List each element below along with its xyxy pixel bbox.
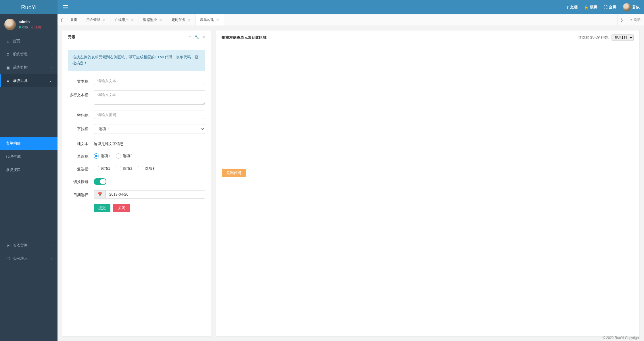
chevron-left-icon: ‹ bbox=[51, 244, 52, 247]
tab-home[interactable]: 首页 bbox=[66, 14, 82, 26]
chevron-down-icon: ⌄ bbox=[49, 79, 52, 82]
column-select-label: 请选择显示的列数: bbox=[578, 35, 609, 40]
desktop-icon: 🖵 bbox=[6, 257, 10, 261]
chevron-left-icon: ‹ bbox=[51, 257, 52, 260]
drop-panel: 拖拽左侧表单元素到此区域 请选择显示的列数: 显示1列 复制代码 bbox=[216, 30, 640, 337]
check-option-1[interactable]: 选项1 bbox=[94, 166, 110, 171]
tabs-scroll-right[interactable]: ❯ bbox=[617, 14, 626, 26]
check-option-3[interactable]: 选项3 bbox=[138, 166, 154, 171]
close-icon[interactable]: ⊗ bbox=[130, 18, 134, 22]
textarea-input[interactable] bbox=[94, 90, 205, 105]
top-doc[interactable]: ?文档 bbox=[566, 5, 578, 10]
close-button[interactable]: 关闭 bbox=[113, 204, 130, 212]
user-name: admin bbox=[19, 20, 41, 24]
wrench-icon[interactable]: 🔧 bbox=[195, 35, 199, 39]
close-icon[interactable]: ⊗ bbox=[187, 18, 191, 22]
switch-toggle[interactable] bbox=[94, 178, 106, 185]
select-input[interactable]: 选项 1 bbox=[94, 124, 205, 134]
tabs-scroll-left[interactable]: ❮ bbox=[57, 14, 66, 26]
nav-api[interactable]: 系统接口 bbox=[0, 163, 57, 176]
avatar[interactable] bbox=[4, 19, 16, 30]
submit-button[interactable]: 提交 bbox=[94, 204, 110, 212]
chevron-left-icon: ‹ bbox=[51, 53, 52, 56]
radio-label: 单选框: bbox=[68, 152, 94, 159]
radio-option-1[interactable]: 选项1 bbox=[94, 153, 110, 159]
brand-logo[interactable]: RuoYi bbox=[0, 0, 57, 14]
password-input[interactable] bbox=[94, 111, 205, 119]
checkbox-label: 复选框: bbox=[68, 164, 94, 172]
info-alert: 拖拽左侧的表单元素到右侧区域，即可生成相应的HTML代码，表单代码，轻松搞定！ bbox=[68, 50, 205, 71]
online-dot-icon bbox=[19, 26, 21, 28]
user-panel: admin 在线 ⎋ 注销 bbox=[0, 14, 57, 34]
switch-label: 切换按钮: bbox=[68, 177, 94, 184]
close-icon[interactable]: ⊗ bbox=[102, 18, 106, 22]
gear-icon: ⚙ bbox=[6, 52, 10, 57]
nav-demo[interactable]: 🖵实例演示‹ bbox=[0, 252, 57, 265]
radio-icon bbox=[116, 153, 121, 159]
lock-icon: 🔒 bbox=[584, 5, 589, 9]
drop-zone[interactable] bbox=[216, 45, 639, 169]
sidebar-toggle[interactable] bbox=[62, 4, 69, 11]
topbar: ?文档 🔒锁屏 ⛶全屏 若依 bbox=[57, 0, 644, 14]
tab-data-mon[interactable]: 数据监控⊗ bbox=[139, 14, 167, 26]
panel-title: 元素 bbox=[68, 34, 75, 40]
online-status: 在线 bbox=[22, 25, 28, 29]
collapse-icon[interactable]: ⌃ bbox=[189, 35, 192, 39]
chevron-left-icon: ‹ bbox=[51, 66, 52, 69]
question-icon: ? bbox=[566, 5, 569, 9]
tab-timed[interactable]: 定时任务⊗ bbox=[167, 14, 196, 26]
logout-link[interactable]: 注销 bbox=[34, 25, 41, 29]
logout-icon[interactable]: ⎋ bbox=[31, 26, 33, 29]
home-icon: ⌂ bbox=[6, 39, 10, 43]
sidebar: RuoYi admin 在线 ⎋ 注销 ⌂首页 ⚙系统管理‹ ▣系统监控‹ ≡系… bbox=[0, 0, 57, 341]
calendar-icon[interactable]: 📅 bbox=[94, 190, 106, 199]
refresh-icon: ⟳ bbox=[630, 18, 632, 22]
refresh-button[interactable]: ⟳刷新 bbox=[626, 14, 644, 26]
column-select[interactable]: 显示1列 bbox=[612, 34, 634, 41]
date-input[interactable] bbox=[106, 190, 205, 199]
date-label: 日期选择: bbox=[68, 190, 94, 198]
tabs-bar: ❮ 首页 用户管理⊗ 在线用户⊗ 数据监控⊗ 定时任务⊗ 表单构建⊗ ❯ ⟳刷新 bbox=[57, 14, 644, 26]
password-label: 密码框: bbox=[68, 111, 94, 118]
top-lock[interactable]: 🔒锁屏 bbox=[584, 5, 597, 10]
checkbox-icon bbox=[116, 166, 121, 171]
tab-user-mgmt[interactable]: 用户管理⊗ bbox=[82, 14, 110, 26]
footer-copyright: © 2022 RuoYi Copyright bbox=[603, 336, 640, 340]
radio-option-2[interactable]: 选项2 bbox=[116, 153, 132, 159]
nav-sys-tools[interactable]: ≡系统工具⌄ bbox=[0, 74, 57, 87]
checkbox-icon bbox=[138, 166, 143, 171]
checkbox-icon bbox=[94, 166, 99, 171]
close-icon[interactable]: ⊗ bbox=[216, 18, 220, 22]
top-user[interactable]: 若依 bbox=[623, 3, 640, 11]
copy-code-button[interactable]: 复制代码 bbox=[222, 169, 246, 177]
close-icon[interactable]: ⊗ bbox=[159, 18, 163, 22]
text-label: 文本框: bbox=[68, 77, 94, 84]
close-icon[interactable]: ✕ bbox=[202, 35, 205, 39]
nav-sys-mon[interactable]: ▣系统监控‹ bbox=[0, 61, 57, 74]
drop-title: 拖拽左侧表单元素到此区域 bbox=[222, 35, 267, 40]
radio-icon bbox=[94, 153, 99, 159]
camera-icon: ▣ bbox=[6, 65, 10, 70]
elements-panel: 元素 ⌃ 🔧 ✕ 拖拽左侧的表单元素到右侧区域，即可生成相应的HTML代码，表单… bbox=[62, 30, 211, 337]
text-input[interactable] bbox=[94, 77, 205, 85]
nav-sys-mgmt[interactable]: ⚙系统管理‹ bbox=[0, 48, 57, 61]
textarea-label: 多行文本框: bbox=[68, 90, 94, 98]
static-text: 这里是纯文字信息 bbox=[94, 139, 205, 147]
top-fullscreen[interactable]: ⛶全屏 bbox=[604, 5, 616, 10]
nav-code-gen[interactable]: 代码生成 bbox=[0, 150, 57, 163]
nav-home[interactable]: ⌂首页 bbox=[0, 34, 57, 48]
tab-online[interactable]: 在线用户⊗ bbox=[110, 14, 139, 26]
send-icon: ➤ bbox=[6, 243, 10, 248]
list-icon: ≡ bbox=[6, 79, 10, 83]
nav-official[interactable]: ➤若依官网‹ bbox=[0, 239, 57, 252]
avatar bbox=[623, 3, 631, 11]
static-label: 纯文本: bbox=[68, 139, 94, 147]
select-label: 下拉框: bbox=[68, 124, 94, 132]
expand-icon: ⛶ bbox=[604, 5, 607, 9]
check-option-2[interactable]: 选项2 bbox=[116, 166, 132, 171]
nav-form-build[interactable]: 表单构建 bbox=[0, 137, 57, 150]
tab-form-build[interactable]: 表单构建⊗ bbox=[196, 14, 224, 26]
